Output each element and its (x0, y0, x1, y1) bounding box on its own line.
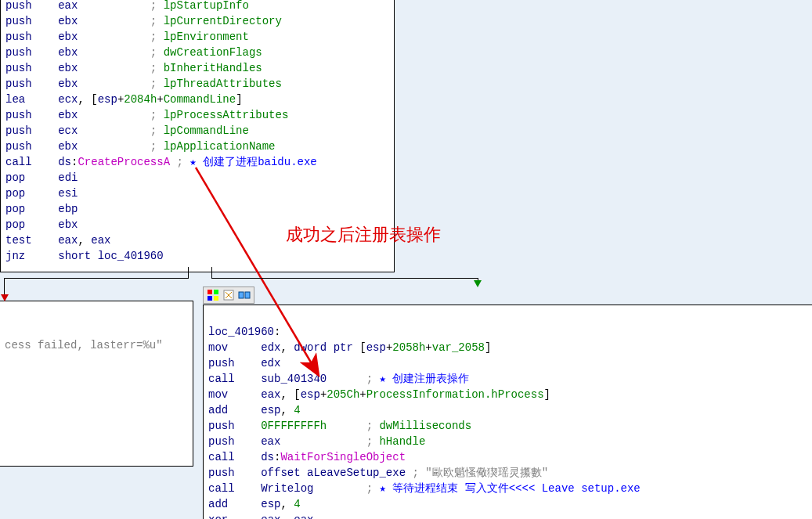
group-icon[interactable] (238, 289, 251, 301)
svg-rect-0 (208, 290, 212, 294)
svg-rect-2 (208, 296, 212, 301)
annotation-text: 成功之后注册表操作 (286, 227, 441, 243)
svg-rect-5 (239, 292, 244, 298)
color-icon[interactable] (207, 289, 219, 301)
svg-rect-6 (245, 292, 250, 298)
disasm-block-left[interactable]: cess failed, lasterr=%u" (0, 301, 193, 467)
svg-rect-1 (214, 290, 218, 294)
edge-red-down (4, 278, 5, 297)
node-toolbar (203, 287, 254, 304)
svg-rect-3 (214, 296, 218, 301)
edge-green-down (478, 278, 478, 283)
edge-red (4, 267, 189, 279)
edge-green (211, 267, 478, 279)
disasm-block-bottom[interactable]: loc_401960: mov edx, dword ptr [esp+2058… (203, 305, 812, 519)
edit-icon[interactable] (222, 289, 235, 301)
